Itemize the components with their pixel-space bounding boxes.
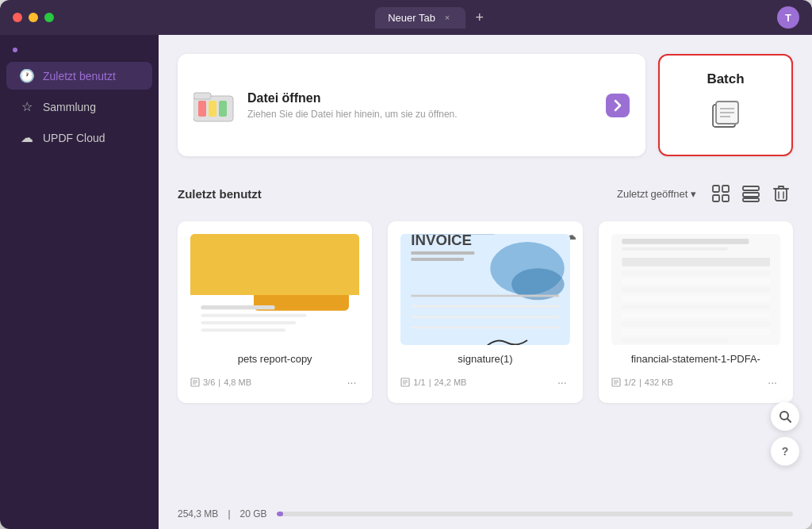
svg-rect-42 [412,305,560,308]
svg-rect-26 [201,305,274,309]
file-pages-signature: 1/1 [413,378,425,387]
svg-rect-11 [722,186,729,192]
file-thumbnail-financial [611,234,780,345]
file-size-financial: 432 KB [645,378,673,387]
open-file-arrow-button[interactable] [606,94,630,117]
new-tab-button[interactable]: + [469,6,491,29]
arrow-right-icon [614,99,622,112]
sidebar-item-label-recently: Zuletzt benutzt [43,70,116,82]
pages-icon-signature [400,378,410,387]
file-size-pets: 4,8 MB [224,378,251,387]
more-options-signature[interactable]: ··· [554,374,570,390]
help-button[interactable]: ? [771,437,799,466]
svg-rect-56 [622,287,770,293]
svg-rect-57 [622,296,770,301]
storage-separator: | [228,508,230,519]
open-file-text: Datei öffnen Ziehen Sie die Datei hier h… [247,91,593,120]
file-size-signature: 24,2 MB [434,378,466,387]
file-meta-pets: 3/6 | 4,8 MB ··· [190,374,359,390]
svg-rect-2 [198,101,206,117]
open-file-title: Datei öffnen [247,91,593,105]
section-header: Zuletzt benutzt Zuletzt geöffnet ▾ [178,182,793,205]
svg-rect-27 [201,314,306,317]
tab-bar: Neuer Tab × + [67,6,799,29]
sidebar-item-updf-cloud[interactable]: ☁ UPDF Cloud [6,124,152,151]
grid-view-icon [712,185,730,202]
pages-icon-financial [611,378,621,387]
grid-view-button[interactable] [709,182,733,205]
view-controls [709,182,793,205]
svg-rect-4 [219,101,227,117]
minimize-button[interactable] [29,13,38,22]
svg-rect-13 [722,195,729,201]
svg-rect-37 [412,251,475,255]
svg-rect-24 [254,247,349,311]
avatar[interactable]: T [777,6,799,29]
section-title: Zuletzt benutzt [178,187,262,201]
file-meta-financial: 1/2 | 432 KB ··· [611,374,780,390]
list-view-icon [742,185,760,202]
more-options-financial[interactable]: ··· [764,374,780,390]
svg-rect-62 [622,338,727,343]
svg-rect-15 [743,193,759,197]
sidebar: 🕐 Zuletzt benutzt ☆ Sammlung ☁ UPDF Clou… [0,35,159,529]
sort-dropdown[interactable]: Zuletzt geöffnet ▾ [617,188,696,200]
storage-track [277,512,793,516]
content-area: Datei öffnen Ziehen Sie die Datei hier h… [159,35,812,529]
svg-rect-59 [622,312,770,318]
delete-button[interactable] [769,182,793,205]
file-pages-financial: 1/2 [624,378,636,387]
svg-rect-29 [201,328,285,332]
storage-total: 20 GB [240,508,267,519]
open-file-subtitle: Ziehen Sie die Datei hier hinein, um sie… [247,109,593,120]
sidebar-item-label-collection: Sammlung [43,101,96,113]
svg-rect-41 [412,295,560,297]
svg-rect-38 [412,258,465,261]
sort-label: Zuletzt geöffnet ▾ [617,188,696,200]
file-grid: pets report-copy 3/6 | 4,8 MB [178,221,793,403]
file-card-financial[interactable]: financial-statement-1-PDFA- 1/2 | [599,221,793,403]
trash-icon [773,185,789,202]
list-view-button[interactable] [739,182,763,205]
star-icon: ☆ [19,99,35,114]
sidebar-item-collection[interactable]: ☆ Sammlung [6,93,152,121]
svg-line-68 [787,419,791,422]
svg-rect-52 [622,247,727,251]
main-layout: 🕐 Zuletzt benutzt ☆ Sammlung ☁ UPDF Clou… [0,35,812,529]
question-icon: ? [782,445,789,458]
more-options-pets[interactable]: ··· [344,374,360,390]
file-card-signature[interactable]: ☁ INVOICE [388,221,582,403]
svg-rect-55 [622,279,770,285]
batch-card[interactable]: Batch [658,54,793,156]
file-meta-signature: 1/1 | 24,2 MB ··· [400,374,569,390]
svg-rect-23 [201,236,264,240]
svg-rect-61 [622,330,770,335]
sidebar-item-recently-used[interactable]: 🕐 Zuletzt benutzt [6,62,152,90]
storage-bar-container: 254,3 MB | 20 GB [159,499,812,529]
active-tab[interactable]: Neuer Tab × [375,7,465,29]
file-separator-signature: | [429,378,431,387]
svg-rect-58 [622,305,770,310]
svg-rect-28 [201,321,296,324]
folder-icon [193,88,235,123]
svg-rect-3 [209,101,216,117]
cloud-sidebar-icon: ☁ [19,130,35,145]
file-card-pets[interactable]: pets report-copy 3/6 | 4,8 MB [178,221,372,403]
file-name-signature: signature(1) [458,353,512,366]
clock-icon: 🕐 [19,68,35,83]
file-separator-financial: | [639,378,642,387]
file-meta-left-financial: 1/2 | 432 KB [611,378,673,387]
open-file-card[interactable]: Datei öffnen Ziehen Sie die Datei hier h… [178,54,645,156]
svg-rect-1 [193,93,211,99]
tab-close-icon[interactable]: × [442,12,453,23]
search-button[interactable] [771,402,799,431]
close-button[interactable] [13,13,22,22]
pages-icon-pets [190,378,200,387]
svg-rect-54 [622,270,770,276]
maximize-button[interactable] [44,13,54,22]
search-icon [779,410,791,423]
svg-point-25 [280,252,322,294]
file-name-pets: pets report-copy [238,353,312,366]
file-separator-pets: | [218,378,220,387]
svg-text:INVOICE: INVOICE [412,234,473,248]
